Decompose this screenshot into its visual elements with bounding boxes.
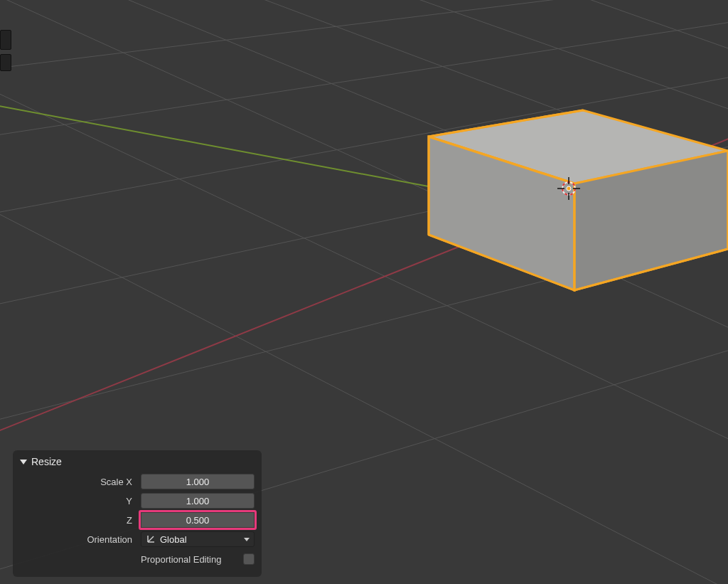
row-scale-x: Scale X 1.000 xyxy=(20,473,255,490)
chevron-down-icon xyxy=(244,538,250,541)
disclosure-triangle-icon xyxy=(20,460,27,464)
selected-object-cube[interactable] xyxy=(429,110,728,290)
label-orientation: Orientation xyxy=(20,534,141,545)
svg-point-25 xyxy=(567,186,571,191)
label-scale-x: Scale X xyxy=(20,477,141,487)
label-scale-y: Y xyxy=(20,496,141,506)
row-proportional: Proportional Editing xyxy=(20,551,255,568)
panel-title: Resize xyxy=(31,456,62,467)
svg-line-10 xyxy=(491,0,728,92)
label-proportional: Proportional Editing xyxy=(141,554,236,565)
row-scale-y: Y 1.000 xyxy=(20,492,255,509)
toolbar-chip[interactable] xyxy=(0,30,11,50)
toolbar-chip[interactable] xyxy=(0,54,11,71)
input-scale-x[interactable]: 1.000 xyxy=(141,474,255,489)
orientation-axes-icon xyxy=(146,534,156,544)
svg-line-26 xyxy=(148,536,154,542)
checkbox-proportional[interactable] xyxy=(243,553,255,565)
row-orientation: Orientation Global xyxy=(20,531,255,548)
svg-line-11 xyxy=(675,0,728,43)
input-scale-z[interactable]: 0.500 xyxy=(141,512,255,528)
label-scale-z: Z xyxy=(20,515,141,526)
panel-header[interactable]: Resize xyxy=(20,456,255,467)
svg-line-0 xyxy=(0,0,728,85)
row-scale-z: Z 0.500 xyxy=(20,511,255,529)
highlight-annotation: 0.500 xyxy=(139,510,257,530)
input-scale-y[interactable]: 1.000 xyxy=(141,493,255,509)
select-orientation[interactable]: Global xyxy=(141,531,255,547)
operator-panel-resize[interactable]: Resize Scale X 1.000 Y 1.000 Z 0.500 Ori… xyxy=(13,450,262,577)
